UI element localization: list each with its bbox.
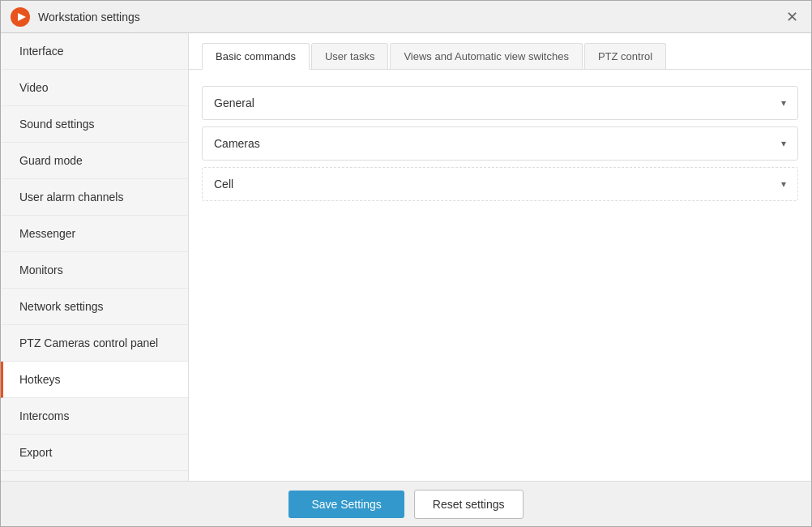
sidebar-item-guard-mode[interactable]: Guard mode (1, 143, 188, 179)
accordion-header-cell[interactable]: Cell▾ (203, 168, 797, 200)
accordion-cell: Cell▾ (202, 167, 798, 201)
accordion-label-cell: Cell (214, 178, 233, 191)
footer-bar: Save Settings Reset settings (1, 481, 811, 526)
close-button[interactable]: ✕ (782, 7, 801, 27)
sidebar-item-network-settings[interactable]: Network settings (1, 289, 188, 325)
sidebar-item-export[interactable]: Export (1, 435, 188, 471)
accordion-header-general[interactable]: General▾ (203, 87, 797, 119)
sidebar-item-user-alarm-channels[interactable]: User alarm channels (1, 179, 188, 216)
sidebar-item-hotkeys[interactable]: Hotkeys (1, 362, 188, 398)
sidebar: InterfaceVideoSound settingsGuard modeUs… (1, 33, 189, 481)
accordion-header-cameras[interactable]: Cameras▾ (203, 127, 797, 160)
sidebar-item-intercoms[interactable]: Intercoms (1, 398, 188, 435)
tab-ptz-control[interactable]: PTZ control (584, 43, 666, 69)
sidebar-item-sound-settings[interactable]: Sound settings (1, 106, 188, 143)
content-area: Basic commandsUser tasksViews and Automa… (189, 33, 811, 481)
sidebar-item-video[interactable]: Video (1, 70, 188, 106)
sidebar-item-messenger[interactable]: Messenger (1, 216, 188, 252)
tab-user-tasks[interactable]: User tasks (311, 43, 388, 69)
save-settings-button[interactable]: Save Settings (288, 491, 404, 518)
main-content: InterfaceVideoSound settingsGuard modeUs… (1, 33, 811, 481)
chevron-down-icon: ▾ (781, 138, 786, 149)
window: Workstation settings ✕ InterfaceVideoSou… (0, 0, 812, 527)
window-title: Workstation settings (38, 11, 782, 24)
reset-settings-button[interactable]: Reset settings (414, 490, 524, 519)
tab-views-automatic[interactable]: Views and Automatic view switches (390, 43, 583, 69)
chevron-down-icon: ▾ (781, 178, 786, 190)
accordion-general: General▾ (202, 86, 798, 120)
tab-content: General▾Cameras▾Cell▾ (189, 70, 811, 481)
accordion-label-cameras: Cameras (214, 137, 260, 150)
chevron-down-icon: ▾ (781, 97, 786, 109)
sidebar-item-ptz-cameras-control-panel[interactable]: PTZ Cameras control panel (1, 325, 188, 362)
accordion-cameras: Cameras▾ (202, 126, 798, 161)
app-logo (11, 7, 30, 27)
title-bar: Workstation settings ✕ (1, 1, 811, 33)
tab-basic-commands[interactable]: Basic commands (202, 43, 310, 70)
accordion-label-general: General (214, 96, 254, 109)
sidebar-item-monitors[interactable]: Monitors (1, 252, 188, 289)
sidebar-item-interface[interactable]: Interface (1, 33, 188, 70)
tabs-bar: Basic commandsUser tasksViews and Automa… (189, 33, 811, 70)
